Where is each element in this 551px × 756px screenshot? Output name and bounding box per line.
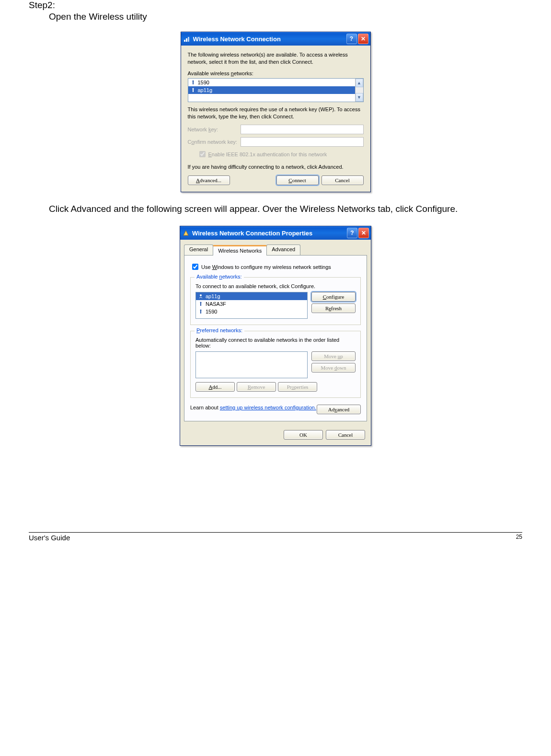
footer-title: User's Guide [29,534,70,542]
preferred-networks-list[interactable] [195,351,308,378]
help-button[interactable]: ? [347,228,357,238]
svg-rect-1 [186,38,187,42]
confirm-key-input [241,137,364,147]
learn-text: Learn about setting up wireless network … [190,405,317,410]
connection-icon [182,229,190,237]
network-item-selected[interactable]: ap11g [188,86,363,94]
svg-rect-11 [200,311,201,314]
add-button[interactable]: Add... [195,382,235,392]
intro-text: The following wireless network(s) are av… [188,51,364,66]
preferred-network-icon [198,293,204,299]
svg-rect-0 [184,40,185,42]
scroll-up-icon[interactable]: ▲ [356,79,363,87]
tab-panel: Use Windows to configure my wireless net… [184,255,367,421]
available-label: Available wireless networks: [188,70,364,76]
confirm-key-label: Confirm network key: [188,139,241,145]
advanced-button[interactable]: Advanced [317,405,361,414]
network-item[interactable]: NASA3F [196,300,307,308]
network-icon [190,80,196,85]
help-button[interactable]: ? [346,34,357,44]
preferred-legend: Preferred networks: [195,327,244,333]
scroll-down-icon[interactable]: ▼ [356,93,363,102]
wireless-properties-dialog: Wireless Network Connection Properties ?… [180,226,371,446]
network-name: 1590 [206,309,217,314]
network-item[interactable]: 1590 [196,308,307,315]
available-networks-list[interactable]: ap11g NASA3F 1590 [195,292,308,319]
properties-button: Properties [278,382,317,392]
move-down-button: Move down [311,363,356,372]
available-networks-list[interactable]: 1590 ap11g ▲ ▼ [188,78,364,102]
learn-link[interactable]: setting up wireless network configuratio… [220,405,316,410]
close-button[interactable]: ✕ [358,228,369,238]
dialog-title: Wireless Network Connection [193,35,346,43]
cancel-button[interactable]: Cancel [326,430,365,440]
network-icon [198,301,204,307]
network-name: 1590 [198,80,209,85]
remove-button: Remove [237,382,276,392]
tab-bar: General Wireless Networks Advanced [180,240,371,255]
svg-rect-6 [193,89,194,92]
tab-general[interactable]: General [184,244,213,255]
svg-rect-4 [193,81,194,84]
page-footer: User's Guide 25 [29,532,522,542]
scrollbar[interactable]: ▲ ▼ [355,79,363,102]
preferred-text: Automatically connect to available netwo… [195,337,356,349]
step-instruction: Open the Wireless utility [49,12,522,22]
close-button[interactable]: ✕ [358,34,368,44]
use-windows-label: Use Windows to configure my wireless net… [201,264,331,270]
available-text: To connect to an available network, clic… [195,283,356,289]
network-item[interactable]: 1590 [188,79,363,86]
ok-button[interactable]: OK [284,430,323,440]
wireless-icon [183,35,191,43]
available-networks-group: Available networks: To connect to an ava… [190,277,361,325]
enable-8021x-label: Enable IEEE 802.1x authentication for th… [208,151,327,157]
network-key-input [241,125,364,134]
preferred-networks-group: Preferred networks: Automatically connec… [190,331,361,398]
network-name: NASA3F [206,301,226,307]
refresh-button[interactable]: Refresh [311,303,356,313]
titlebar: Wireless Network Connection ? ✕ [181,32,370,46]
difficulty-text: If you are having difficulty connecting … [188,163,364,171]
wep-text: This wireless network requires the use o… [188,106,364,120]
wireless-connection-dialog: Wireless Network Connection ? ✕ The foll… [181,32,371,192]
body-instruction: Click Advanced and the following screen … [49,204,522,214]
move-up-button: Move up [311,351,356,361]
titlebar: Wireless Network Connection Properties ?… [180,226,371,240]
network-name: ap11g [206,293,220,299]
advanced-button[interactable]: Advanced... [188,175,230,185]
available-legend: Available networks: [195,274,244,279]
network-item-selected[interactable]: ap11g [196,292,307,300]
dialog-title: Wireless Network Connection Properties [192,230,347,237]
tab-wireless-networks[interactable]: Wireless Networks [213,245,267,256]
step-label: Step2: [29,0,522,11]
network-key-label: Network key: [188,127,241,132]
enable-8021x-checkbox [199,151,206,157]
use-windows-checkbox[interactable] [192,264,198,270]
network-icon [190,87,196,93]
cancel-button[interactable]: Cancel [321,175,364,185]
network-icon [198,309,204,314]
page-number: 25 [516,534,522,542]
svg-rect-2 [188,37,189,42]
configure-button[interactable]: Configure [311,292,356,302]
svg-point-7 [200,294,202,296]
network-name: ap11g [198,87,213,93]
svg-rect-9 [200,303,201,306]
connect-button[interactable]: Connect [276,175,319,185]
tab-advanced[interactable]: Advanced [266,244,300,255]
